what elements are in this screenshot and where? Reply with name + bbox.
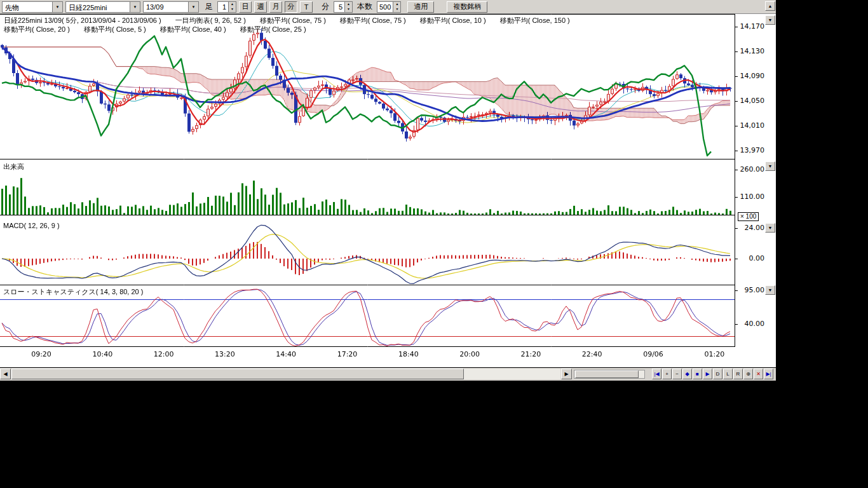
macd-scale-menu-button[interactable]: ▼ xyxy=(765,223,775,233)
nav-stop-button[interactable]: ■ xyxy=(693,369,702,379)
chevron-down-icon[interactable]: ▼ xyxy=(130,2,140,12)
nav-mode-d-button[interactable]: D xyxy=(713,369,722,379)
time-axis-label: 09:20 xyxy=(31,350,51,358)
axis-value-label: 40.00 xyxy=(735,320,764,328)
axis-value-label: 14,130 xyxy=(735,47,764,55)
chart-nav-button-group: |◀+−◆■▶DLR⊕✕▶| xyxy=(652,369,773,379)
time-axis-label: 18:40 xyxy=(398,350,419,358)
time-axis-label: 09/06 xyxy=(643,350,663,358)
h-scroll-left-button[interactable]: ◀ xyxy=(0,369,11,379)
period-weekly-button[interactable]: 週 xyxy=(254,1,267,13)
desktop: 先物 ▼ 日経225mini ▼ 13/09 ▼ 足 1 ▲ ▼ 日 週 月 xyxy=(0,0,868,488)
macd-panel-label: MACD( 12, 26, 9 ) xyxy=(3,222,60,229)
chart-title: 日経225mini 13/09( 5分, 2013/09/04 - 2013/0… xyxy=(4,16,161,25)
period-daily-button[interactable]: 日 xyxy=(239,1,252,13)
minutes-value: 5 xyxy=(334,2,344,12)
period-tick-button[interactable]: T xyxy=(300,1,313,13)
axis-value-label: 0.00 xyxy=(735,254,764,262)
nav-scroll-to-end-button[interactable]: ▶| xyxy=(764,369,773,379)
multi-symbol-button[interactable]: 複数銘柄 xyxy=(447,1,487,13)
h-scrollbar-thumb[interactable] xyxy=(11,369,464,379)
time-axis-label: 13:20 xyxy=(215,350,235,358)
legend-ichimoku: 一目均衡表( 9, 26, 52 ) xyxy=(175,16,246,25)
spin-down-icon[interactable]: ▼ xyxy=(345,7,352,12)
nav-scroll-to-start-button[interactable]: |◀ xyxy=(652,369,661,379)
chart-app-window: 先物 ▼ 日経225mini ▼ 13/09 ▼ 足 1 ▲ ▼ 日 週 月 xyxy=(0,0,776,381)
legend-ma10: 移動平均( Close, 10 ) xyxy=(420,16,486,25)
axis-value-label: 110.00 xyxy=(735,193,764,201)
nav-zoom-in-button[interactable]: + xyxy=(662,369,672,379)
spinner-arrows: ▲ ▼ xyxy=(393,2,400,12)
instrument-type-value: 先物 xyxy=(3,2,52,12)
axis-value-label: 13,970 xyxy=(735,146,764,154)
chevron-down-icon[interactable]: ▼ xyxy=(52,2,62,12)
axis-value-label: 14,050 xyxy=(735,97,764,105)
axis-value-label: 24.00 xyxy=(735,224,764,232)
legend-ma5: 移動平均( Close, 5 ) xyxy=(84,25,146,34)
price-scale-menu-button[interactable]: ▼ xyxy=(765,15,775,25)
time-axis-label: 14:40 xyxy=(276,350,296,358)
chevron-down-icon[interactable]: ▼ xyxy=(188,2,198,12)
period-monthly-button[interactable]: 月 xyxy=(269,1,282,13)
zoom-scrollbar-thumb[interactable] xyxy=(575,370,639,378)
bar-count-value: 500 xyxy=(377,2,393,12)
nav-zoom-out-button[interactable]: − xyxy=(672,369,682,379)
chart-plot-area[interactable] xyxy=(0,14,735,368)
nav-marker-button[interactable]: ◆ xyxy=(682,369,692,379)
bar-interval-value: 1 xyxy=(218,2,228,12)
axis-value-label: 95.00 xyxy=(735,286,764,294)
bar-count-label: 本数 xyxy=(357,1,372,12)
h-scrollbar-track[interactable] xyxy=(11,369,560,379)
axis-value-label: 14,090 xyxy=(735,72,764,80)
time-axis-label: 21:20 xyxy=(521,350,541,358)
axis-value-label: 260.00 xyxy=(735,165,764,173)
axis-value-label: 14,010 xyxy=(735,121,764,130)
toolbar: 先物 ▼ 日経225mini ▼ 13/09 ▼ 足 1 ▲ ▼ 日 週 月 xyxy=(0,0,776,14)
contract-month-combo[interactable]: 13/09 ▼ xyxy=(143,1,199,13)
spin-up-icon[interactable]: ▲ xyxy=(345,2,352,7)
legend-ma75-b: 移動平均( Close, 75 ) xyxy=(340,16,406,25)
time-axis-label: 17:20 xyxy=(337,350,358,358)
contract-month-value: 13/09 xyxy=(144,2,188,12)
apply-button[interactable]: 適用 xyxy=(407,1,434,13)
spin-up-icon[interactable]: ▲ xyxy=(393,2,400,7)
h-scroll-right-button[interactable]: ▶ xyxy=(561,369,572,379)
bottom-scroll-bar: ◀ ▶ |◀+−◆■▶DLR⊕✕▶| xyxy=(0,367,776,381)
time-axis-label: 12:00 xyxy=(154,350,174,358)
nav-close-button[interactable]: ✕ xyxy=(754,369,763,379)
legend-row-1: 日経225mini 13/09( 5分, 2013/09/04 - 2013/0… xyxy=(4,16,570,25)
legend-ma20: 移動平均( Close, 20 ) xyxy=(4,25,70,34)
stoch-scale-menu-button[interactable]: ▼ xyxy=(765,285,775,295)
bar-interval-spinner[interactable]: 1 ▲ ▼ xyxy=(217,1,236,13)
time-axis-label: 22:40 xyxy=(582,350,602,358)
nav-mode-r-button[interactable]: R xyxy=(733,369,743,379)
v-scroll-up-button[interactable]: ▲ xyxy=(765,1,775,11)
spinner-arrows: ▲ ▼ xyxy=(344,2,352,12)
nav-play-button[interactable]: ▶ xyxy=(703,369,712,379)
time-axis-label: 10:40 xyxy=(92,350,112,358)
legend-row-2: 移動平均( Close, 20 ) 移動平均( Close, 5 ) 移動平均(… xyxy=(4,25,306,34)
legend-ma25: 移動平均( Close, 25 ) xyxy=(240,25,306,34)
symbol-combo[interactable]: 日経225mini ▼ xyxy=(65,1,140,13)
time-axis-label: 01:20 xyxy=(704,350,724,358)
instrument-type-combo[interactable]: 先物 ▼ xyxy=(2,1,63,13)
legend-ma75-a: 移動平均( Close, 75 ) xyxy=(260,16,326,25)
zoom-scrollbar-track[interactable] xyxy=(574,370,645,379)
legend-ma40: 移動平均( Close, 40 ) xyxy=(160,25,226,34)
symbol-value: 日経225mini xyxy=(66,2,130,12)
time-axis: 09:2010:4012:0013:2014:4017:2018:4020:00… xyxy=(0,350,735,359)
spin-down-icon[interactable]: ▼ xyxy=(229,7,236,12)
spin-up-icon[interactable]: ▲ xyxy=(229,2,236,7)
minutes-spinner[interactable]: 5 ▲ ▼ xyxy=(334,1,353,13)
stoch-panel-label: スロー・ストキャスティクス( 14, 3, 80, 20 ) xyxy=(3,287,143,297)
volume-multiplier-badge: × 100 xyxy=(738,212,759,221)
period-minute-button[interactable]: 分 xyxy=(285,1,297,13)
spinner-arrows: ▲ ▼ xyxy=(228,2,236,12)
volume-scale-menu-button[interactable]: ▼ xyxy=(765,161,775,171)
bar-count-spinner[interactable]: 500 ▲ ▼ xyxy=(377,1,401,13)
bar-type-label: 足 xyxy=(205,1,213,12)
nav-mode-l-button[interactable]: L xyxy=(723,369,733,379)
axis-value-label: 14,170 xyxy=(735,22,764,30)
spin-down-icon[interactable]: ▼ xyxy=(393,7,400,12)
nav-magnify-button[interactable]: ⊕ xyxy=(743,369,753,379)
